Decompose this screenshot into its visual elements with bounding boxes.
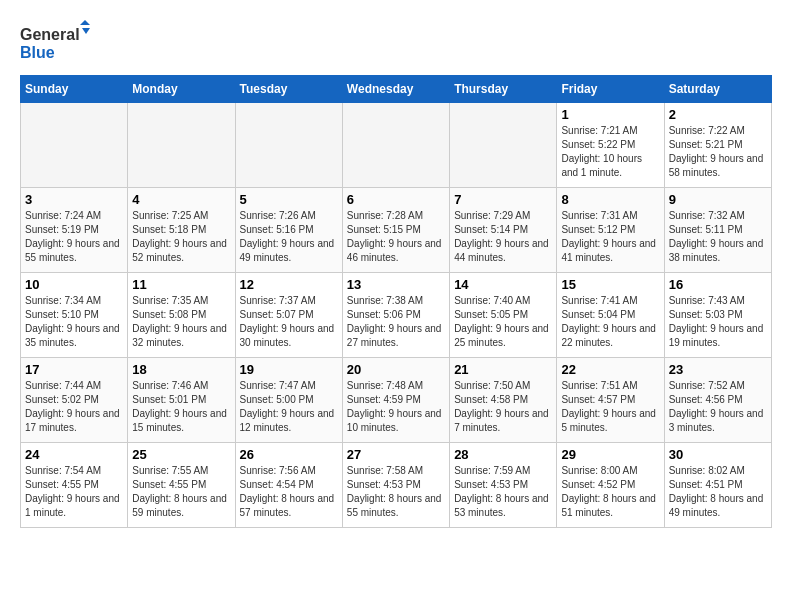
day-number: 14	[454, 277, 552, 292]
day-info: Sunrise: 7:54 AM Sunset: 4:55 PM Dayligh…	[25, 464, 123, 520]
day-info: Sunrise: 8:02 AM Sunset: 4:51 PM Dayligh…	[669, 464, 767, 520]
day-info: Sunrise: 7:38 AM Sunset: 5:06 PM Dayligh…	[347, 294, 445, 350]
calendar-cell: 1Sunrise: 7:21 AM Sunset: 5:22 PM Daylig…	[557, 103, 664, 188]
day-info: Sunrise: 7:29 AM Sunset: 5:14 PM Dayligh…	[454, 209, 552, 265]
svg-text:General: General	[20, 26, 80, 43]
day-info: Sunrise: 7:35 AM Sunset: 5:08 PM Dayligh…	[132, 294, 230, 350]
calendar-cell: 2Sunrise: 7:22 AM Sunset: 5:21 PM Daylig…	[664, 103, 771, 188]
day-of-week-header: Monday	[128, 76, 235, 103]
day-info: Sunrise: 7:56 AM Sunset: 4:54 PM Dayligh…	[240, 464, 338, 520]
calendar: SundayMondayTuesdayWednesdayThursdayFrid…	[20, 75, 772, 528]
day-of-week-header: Thursday	[450, 76, 557, 103]
day-number: 29	[561, 447, 659, 462]
calendar-header-row: SundayMondayTuesdayWednesdayThursdayFrid…	[21, 76, 772, 103]
day-info: Sunrise: 7:43 AM Sunset: 5:03 PM Dayligh…	[669, 294, 767, 350]
calendar-cell: 29Sunrise: 8:00 AM Sunset: 4:52 PM Dayli…	[557, 443, 664, 528]
day-number: 25	[132, 447, 230, 462]
calendar-week-row: 17Sunrise: 7:44 AM Sunset: 5:02 PM Dayli…	[21, 358, 772, 443]
day-number: 12	[240, 277, 338, 292]
calendar-cell: 5Sunrise: 7:26 AM Sunset: 5:16 PM Daylig…	[235, 188, 342, 273]
day-info: Sunrise: 7:22 AM Sunset: 5:21 PM Dayligh…	[669, 124, 767, 180]
calendar-week-row: 10Sunrise: 7:34 AM Sunset: 5:10 PM Dayli…	[21, 273, 772, 358]
calendar-cell: 24Sunrise: 7:54 AM Sunset: 4:55 PM Dayli…	[21, 443, 128, 528]
calendar-cell: 11Sunrise: 7:35 AM Sunset: 5:08 PM Dayli…	[128, 273, 235, 358]
calendar-week-row: 24Sunrise: 7:54 AM Sunset: 4:55 PM Dayli…	[21, 443, 772, 528]
day-number: 15	[561, 277, 659, 292]
day-info: Sunrise: 8:00 AM Sunset: 4:52 PM Dayligh…	[561, 464, 659, 520]
calendar-cell: 21Sunrise: 7:50 AM Sunset: 4:58 PM Dayli…	[450, 358, 557, 443]
day-number: 19	[240, 362, 338, 377]
day-number: 11	[132, 277, 230, 292]
logo: GeneralBlue	[20, 20, 90, 65]
calendar-cell: 17Sunrise: 7:44 AM Sunset: 5:02 PM Dayli…	[21, 358, 128, 443]
calendar-week-row: 3Sunrise: 7:24 AM Sunset: 5:19 PM Daylig…	[21, 188, 772, 273]
calendar-cell: 23Sunrise: 7:52 AM Sunset: 4:56 PM Dayli…	[664, 358, 771, 443]
calendar-cell: 7Sunrise: 7:29 AM Sunset: 5:14 PM Daylig…	[450, 188, 557, 273]
day-of-week-header: Saturday	[664, 76, 771, 103]
calendar-cell: 22Sunrise: 7:51 AM Sunset: 4:57 PM Dayli…	[557, 358, 664, 443]
day-number: 9	[669, 192, 767, 207]
day-info: Sunrise: 7:48 AM Sunset: 4:59 PM Dayligh…	[347, 379, 445, 435]
header: GeneralBlue	[20, 20, 772, 65]
calendar-cell: 15Sunrise: 7:41 AM Sunset: 5:04 PM Dayli…	[557, 273, 664, 358]
calendar-cell: 3Sunrise: 7:24 AM Sunset: 5:19 PM Daylig…	[21, 188, 128, 273]
day-of-week-header: Tuesday	[235, 76, 342, 103]
day-info: Sunrise: 7:46 AM Sunset: 5:01 PM Dayligh…	[132, 379, 230, 435]
calendar-cell: 26Sunrise: 7:56 AM Sunset: 4:54 PM Dayli…	[235, 443, 342, 528]
day-info: Sunrise: 7:21 AM Sunset: 5:22 PM Dayligh…	[561, 124, 659, 180]
day-info: Sunrise: 7:26 AM Sunset: 5:16 PM Dayligh…	[240, 209, 338, 265]
day-info: Sunrise: 7:37 AM Sunset: 5:07 PM Dayligh…	[240, 294, 338, 350]
day-number: 28	[454, 447, 552, 462]
day-info: Sunrise: 7:51 AM Sunset: 4:57 PM Dayligh…	[561, 379, 659, 435]
day-info: Sunrise: 7:40 AM Sunset: 5:05 PM Dayligh…	[454, 294, 552, 350]
day-number: 3	[25, 192, 123, 207]
day-number: 21	[454, 362, 552, 377]
day-info: Sunrise: 7:59 AM Sunset: 4:53 PM Dayligh…	[454, 464, 552, 520]
calendar-cell: 19Sunrise: 7:47 AM Sunset: 5:00 PM Dayli…	[235, 358, 342, 443]
day-info: Sunrise: 7:47 AM Sunset: 5:00 PM Dayligh…	[240, 379, 338, 435]
logo-svg: GeneralBlue	[20, 20, 90, 65]
calendar-cell: 10Sunrise: 7:34 AM Sunset: 5:10 PM Dayli…	[21, 273, 128, 358]
calendar-cell: 25Sunrise: 7:55 AM Sunset: 4:55 PM Dayli…	[128, 443, 235, 528]
calendar-cell: 30Sunrise: 8:02 AM Sunset: 4:51 PM Dayli…	[664, 443, 771, 528]
day-info: Sunrise: 7:55 AM Sunset: 4:55 PM Dayligh…	[132, 464, 230, 520]
day-info: Sunrise: 7:34 AM Sunset: 5:10 PM Dayligh…	[25, 294, 123, 350]
calendar-cell: 4Sunrise: 7:25 AM Sunset: 5:18 PM Daylig…	[128, 188, 235, 273]
svg-marker-3	[82, 28, 90, 34]
calendar-cell: 9Sunrise: 7:32 AM Sunset: 5:11 PM Daylig…	[664, 188, 771, 273]
calendar-cell	[235, 103, 342, 188]
day-number: 10	[25, 277, 123, 292]
day-number: 18	[132, 362, 230, 377]
calendar-cell: 12Sunrise: 7:37 AM Sunset: 5:07 PM Dayli…	[235, 273, 342, 358]
day-number: 24	[25, 447, 123, 462]
day-number: 13	[347, 277, 445, 292]
day-number: 5	[240, 192, 338, 207]
calendar-cell: 6Sunrise: 7:28 AM Sunset: 5:15 PM Daylig…	[342, 188, 449, 273]
day-info: Sunrise: 7:50 AM Sunset: 4:58 PM Dayligh…	[454, 379, 552, 435]
calendar-cell	[342, 103, 449, 188]
day-number: 22	[561, 362, 659, 377]
calendar-week-row: 1Sunrise: 7:21 AM Sunset: 5:22 PM Daylig…	[21, 103, 772, 188]
day-info: Sunrise: 7:58 AM Sunset: 4:53 PM Dayligh…	[347, 464, 445, 520]
calendar-cell: 14Sunrise: 7:40 AM Sunset: 5:05 PM Dayli…	[450, 273, 557, 358]
day-number: 7	[454, 192, 552, 207]
day-number: 26	[240, 447, 338, 462]
day-info: Sunrise: 7:41 AM Sunset: 5:04 PM Dayligh…	[561, 294, 659, 350]
day-number: 4	[132, 192, 230, 207]
day-number: 17	[25, 362, 123, 377]
day-number: 30	[669, 447, 767, 462]
day-info: Sunrise: 7:25 AM Sunset: 5:18 PM Dayligh…	[132, 209, 230, 265]
calendar-cell: 13Sunrise: 7:38 AM Sunset: 5:06 PM Dayli…	[342, 273, 449, 358]
day-info: Sunrise: 7:28 AM Sunset: 5:15 PM Dayligh…	[347, 209, 445, 265]
day-info: Sunrise: 7:31 AM Sunset: 5:12 PM Dayligh…	[561, 209, 659, 265]
calendar-cell: 18Sunrise: 7:46 AM Sunset: 5:01 PM Dayli…	[128, 358, 235, 443]
calendar-cell	[128, 103, 235, 188]
svg-marker-2	[80, 20, 90, 25]
calendar-cell	[450, 103, 557, 188]
calendar-cell	[21, 103, 128, 188]
day-info: Sunrise: 7:32 AM Sunset: 5:11 PM Dayligh…	[669, 209, 767, 265]
day-info: Sunrise: 7:52 AM Sunset: 4:56 PM Dayligh…	[669, 379, 767, 435]
day-info: Sunrise: 7:24 AM Sunset: 5:19 PM Dayligh…	[25, 209, 123, 265]
day-of-week-header: Friday	[557, 76, 664, 103]
day-info: Sunrise: 7:44 AM Sunset: 5:02 PM Dayligh…	[25, 379, 123, 435]
